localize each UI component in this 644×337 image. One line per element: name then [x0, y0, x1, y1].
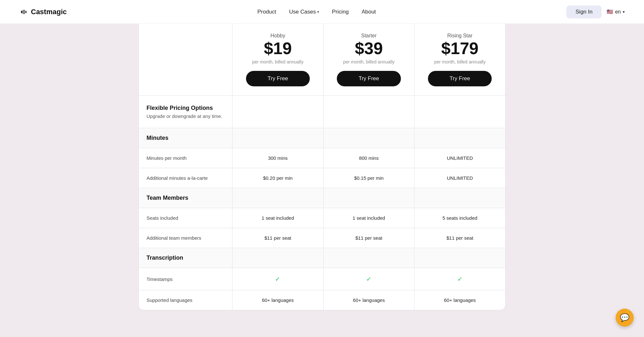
team-section-header: Team Members	[139, 188, 505, 208]
hobby-try-free-button[interactable]: Try Free	[246, 71, 310, 86]
flexible-pricing-row: Flexible Pricing Options Upgrade or down…	[139, 96, 505, 128]
team-empty-2	[323, 188, 414, 208]
minutes-per-month-label: Minutes per month	[139, 148, 232, 168]
chat-button[interactable]: 💬	[616, 309, 634, 327]
minutes-per-month-rising-star: UNLIMITED	[414, 148, 505, 168]
additional-team-rising-star: $11 per seat	[414, 228, 505, 248]
navbar-right: Sign In 🇺🇸 en ▾	[566, 5, 625, 18]
check-icon-timestamps-hobby: ✓	[240, 275, 316, 283]
languages-label: Supported languages	[139, 290, 232, 310]
languages-row: Supported languages 60+ languages 60+ la…	[139, 290, 505, 310]
additional-team-starter: $11 per seat	[323, 228, 414, 248]
minutes-empty-1	[232, 128, 323, 148]
timestamps-starter: ✓	[323, 268, 414, 290]
nav-product[interactable]: Product	[257, 9, 276, 15]
flexible-pricing-title: Flexible Pricing Options	[147, 105, 224, 111]
team-title-cell: Team Members	[139, 188, 232, 208]
transcription-section-header: Transcription	[139, 248, 505, 268]
transcription-title-cell: Transcription	[139, 248, 232, 268]
languages-rising-star: 60+ languages	[414, 290, 505, 310]
nav-use-cases[interactable]: Use Cases ▾	[289, 9, 319, 15]
hobby-plan-price: $19	[240, 40, 316, 57]
check-icon-timestamps-rising-star: ✓	[422, 275, 497, 283]
nav-pricing[interactable]: Pricing	[332, 9, 349, 15]
team-empty-3	[414, 188, 505, 208]
chat-icon: 💬	[620, 313, 630, 322]
rising-star-plan-billing: per month, billed annually	[422, 59, 497, 64]
flexible-empty-3	[414, 96, 505, 128]
minutes-empty-3	[414, 128, 505, 148]
timestamps-label: Timestamps	[139, 269, 232, 289]
timestamps-hobby: ✓	[232, 268, 323, 290]
team-empty-1	[232, 188, 323, 208]
plan-headers-row: Hobby $19 per month, billed annually Try…	[139, 24, 505, 96]
navbar-links: Product Use Cases ▾ Pricing About	[257, 9, 376, 15]
flag-icon: 🇺🇸	[607, 9, 613, 15]
minutes-title-cell: Minutes	[139, 128, 232, 148]
rising-star-try-free-button[interactable]: Try Free	[428, 71, 492, 86]
rising-star-plan-name: Rising Star	[422, 33, 497, 39]
additional-minutes-rising-star: UNLIMITED	[414, 168, 505, 188]
language-selector[interactable]: 🇺🇸 en ▾	[607, 9, 625, 15]
transcription-empty-1	[232, 248, 323, 268]
additional-minutes-hobby: $0.20 per min	[232, 168, 323, 188]
languages-hobby: 60+ languages	[232, 290, 323, 310]
check-icon-timestamps-starter: ✓	[331, 275, 407, 283]
sign-in-button[interactable]: Sign In	[566, 5, 601, 18]
minutes-per-month-starter: 800 mins	[323, 148, 414, 168]
header-empty-cell	[139, 24, 232, 95]
plan-rising-star-header: Rising Star $179 per month, billed annua…	[414, 24, 505, 95]
plan-hobby-header: Hobby $19 per month, billed annually Try…	[232, 24, 323, 95]
logo[interactable]: Castmagic	[19, 8, 67, 16]
transcription-title: Transcription	[147, 255, 224, 261]
additional-team-hobby: $11 per seat	[232, 228, 323, 248]
additional-minutes-label: Additional minutes a-la-carte	[139, 168, 232, 188]
additional-minutes-starter: $0.15 per min	[323, 168, 414, 188]
starter-plan-name: Starter	[331, 33, 407, 39]
additional-minutes-row: Additional minutes a-la-carte $0.20 per …	[139, 168, 505, 188]
starter-plan-price: $39	[331, 40, 407, 57]
minutes-title: Minutes	[147, 135, 224, 141]
svg-rect-1	[25, 11, 26, 13]
timestamps-row: Timestamps ✓ ✓ ✓	[139, 268, 505, 290]
flexible-pricing-subtitle: Upgrade or downgrade at any time.	[147, 113, 224, 119]
chevron-down-icon: ▾	[317, 10, 319, 14]
additional-team-row: Additional team members $11 per seat $11…	[139, 228, 505, 248]
minutes-section-header: Minutes	[139, 128, 505, 148]
chevron-down-icon: ▾	[623, 10, 625, 14]
seats-included-row: Seats included 1 seat included 1 seat in…	[139, 208, 505, 228]
hobby-plan-billing: per month, billed annually	[240, 59, 316, 64]
minutes-empty-2	[323, 128, 414, 148]
seats-included-hobby: 1 seat included	[232, 208, 323, 228]
navbar: Castmagic Product Use Cases ▾ Pricing Ab…	[0, 0, 644, 24]
transcription-empty-3	[414, 248, 505, 268]
plan-starter-header: Starter $39 per month, billed annually T…	[323, 24, 414, 95]
hobby-plan-name: Hobby	[240, 33, 316, 39]
starter-plan-billing: per month, billed annually	[331, 59, 407, 64]
logo-icon	[19, 8, 28, 15]
seats-included-starter: 1 seat included	[323, 208, 414, 228]
logo-text: Castmagic	[31, 8, 67, 16]
minutes-per-month-hobby: 300 mins	[232, 148, 323, 168]
team-title: Team Members	[147, 195, 224, 201]
flexible-empty-2	[323, 96, 414, 128]
rising-star-plan-price: $179	[422, 40, 497, 57]
page-content: Hobby $19 per month, billed annually Try…	[0, 24, 644, 310]
starter-try-free-button[interactable]: Try Free	[337, 71, 401, 86]
languages-starter: 60+ languages	[323, 290, 414, 310]
pricing-table: Hobby $19 per month, billed annually Try…	[138, 24, 506, 310]
seats-included-label: Seats included	[139, 208, 232, 228]
nav-about[interactable]: About	[362, 9, 376, 15]
transcription-empty-2	[323, 248, 414, 268]
flexible-empty-1	[232, 96, 323, 128]
flexible-pricing-label-cell: Flexible Pricing Options Upgrade or down…	[139, 96, 232, 128]
additional-team-label: Additional team members	[139, 228, 232, 248]
timestamps-rising-star: ✓	[414, 268, 505, 290]
svg-rect-0	[24, 10, 24, 14]
minutes-per-month-row: Minutes per month 300 mins 800 mins UNLI…	[139, 148, 505, 168]
seats-included-rising-star: 5 seats included	[414, 208, 505, 228]
